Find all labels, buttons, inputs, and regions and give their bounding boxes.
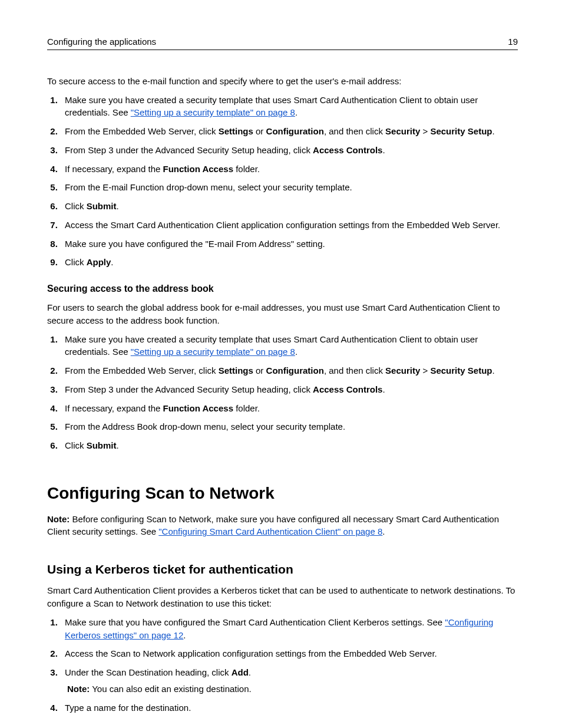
list-item: Click Submit. <box>60 200 518 213</box>
heading-address-book: Securing access to the address book <box>47 282 518 295</box>
list-item: Type a name for the destination. <box>60 701 518 714</box>
list-item: Under the Scan Destination heading, clic… <box>60 666 518 696</box>
link-configuring-smartcard[interactable]: "Configuring Smart Card Authentication C… <box>158 526 382 536</box>
list-item: Make sure that you have configured the S… <box>60 616 518 642</box>
steps-list-3: Make sure that you have configured the S… <box>47 616 518 714</box>
note-scan-to-network: Note: Before configuring Scan to Network… <box>47 513 518 539</box>
list-item: From the E-mail Function drop-down menu,… <box>60 181 518 194</box>
heading-scan-to-network: Configuring Scan to Network <box>47 482 518 506</box>
list-item: Make sure you have created a security te… <box>60 333 518 359</box>
heading-kerberos: Using a Kerberos ticket for authenticati… <box>47 561 518 578</box>
list-item: From Step 3 under the Advanced Security … <box>60 383 518 396</box>
header-page-number: 19 <box>508 35 518 48</box>
list-item: From the Embedded Web Server, click Sett… <box>60 364 518 377</box>
list-item: If necessary, expand the Function Access… <box>60 163 518 176</box>
list-item: If necessary, expand the Function Access… <box>60 402 518 415</box>
list-item: Make sure you have created a security te… <box>60 94 518 120</box>
steps-list-1: Make sure you have created a security te… <box>47 94 518 269</box>
steps-list-2: Make sure you have created a security te… <box>47 333 518 452</box>
intro-kerberos: Smart Card Authentication Client provide… <box>47 584 518 610</box>
list-item: From the Address Book drop-down menu, se… <box>60 420 518 433</box>
list-item: Click Submit. <box>60 439 518 452</box>
list-item: From Step 3 under the Advanced Security … <box>60 144 518 157</box>
list-item: Access the Smart Card Authentication Cli… <box>60 219 518 232</box>
intro-paragraph-1: To secure access to the e-mail function … <box>47 75 518 88</box>
list-item: Make sure you have configured the "E-mai… <box>60 238 518 251</box>
list-item: From the Embedded Web Server, click Sett… <box>60 125 518 138</box>
link-security-template-2[interactable]: "Setting up a security template" on page… <box>131 347 295 357</box>
intro-address-book: For users to search the global address b… <box>47 301 518 327</box>
header-title: Configuring the applications <box>47 35 156 48</box>
list-item: Click Apply. <box>60 256 518 269</box>
link-security-template[interactable]: "Setting up a security template" on page… <box>131 107 295 117</box>
sub-note: Note: You can also edit an existing dest… <box>67 683 518 696</box>
list-item: Access the Scan to Network application c… <box>60 647 518 660</box>
page-header: Configuring the applications 19 <box>47 35 518 50</box>
